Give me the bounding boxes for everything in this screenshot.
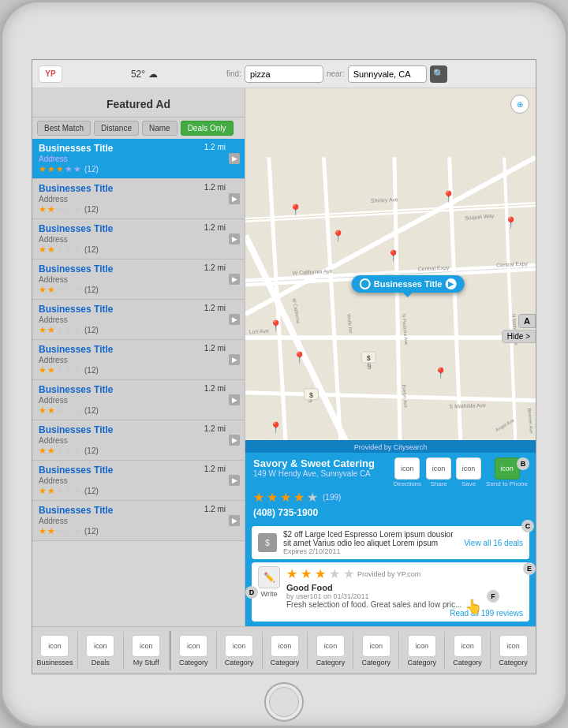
biz-stars-3: ★ ★ ★ ★ ★ (12) <box>39 245 238 255</box>
tablet-screen: YP 52° ☁ find: near: 🔍 Featured Ad Best … <box>32 59 536 674</box>
review-count-6: (12) <box>84 366 99 375</box>
business-list-item-2[interactable]: Businesses Title Address ★ ★ ★ ★ ★ (12) … <box>32 179 245 219</box>
category-btn-box-3[interactable]: icon <box>271 635 299 657</box>
star-icon: ★ <box>39 446 47 456</box>
category-btn-box-7[interactable]: icon <box>454 635 482 657</box>
biz-stars-5: ★ ★ ★ ★ ★ (12) <box>39 325 238 335</box>
star-empty-icon: ★ <box>343 566 354 581</box>
business-list-item-5[interactable]: Businesses Title Address ★ ★ ★ ★ ★ (12) … <box>32 300 245 340</box>
pin-arrow-icon: ▶ <box>445 278 456 289</box>
filter-best-match[interactable]: Best Match <box>37 121 91 136</box>
category-btn-box-4[interactable]: icon <box>316 635 345 657</box>
star-icon: ★ <box>286 566 297 581</box>
home-button[interactable] <box>264 682 304 722</box>
find-label: find: <box>226 69 241 78</box>
my-stuff-btn-box[interactable]: icon <box>132 635 160 657</box>
biz-address-3: Address <box>39 235 238 244</box>
businesses-btn-box[interactable]: icon <box>40 635 69 657</box>
search-button[interactable]: 🔍 <box>430 65 447 83</box>
nav-category-5[interactable]: icon Category <box>353 632 399 670</box>
nav-my-stuff[interactable]: icon My Stuff <box>124 632 170 670</box>
business-list-item-8[interactable]: Businesses Title Address ★ ★ ★ ★ ★ (12) … <box>32 420 245 461</box>
nav-businesses[interactable]: icon Businesses <box>32 632 78 670</box>
pin-circle-icon <box>360 278 371 289</box>
star-icon: ★ <box>56 164 64 174</box>
business-list: Businesses Title Address ★ ★ ★ ★ ★ (12) … <box>32 139 245 626</box>
save-btn-box[interactable]: icon <box>456 457 481 480</box>
filter-name[interactable]: Name <box>142 121 178 136</box>
star-icon: ★ <box>47 285 55 295</box>
category-btn-box-6[interactable]: icon <box>408 635 436 657</box>
deals-icon: icon <box>94 642 107 650</box>
svg-text:📍: 📍 <box>269 421 283 435</box>
info-save-btn[interactable]: icon Save <box>456 457 481 487</box>
star-empty-icon: ★ <box>73 526 81 536</box>
deals-btn-box[interactable]: icon <box>86 635 114 657</box>
bottom-nav: icon Businesses icon Deals icon My Stuff… <box>32 626 536 674</box>
star-empty-icon: ★ <box>56 526 64 536</box>
business-list-item-3[interactable]: Businesses Title Address ★ ★ ★ ★ ★ (12) … <box>32 219 245 259</box>
category-btn-box-5[interactable]: icon <box>362 635 390 657</box>
info-phone[interactable]: (408) 735-1900 <box>253 507 528 518</box>
business-list-item-1[interactable]: Businesses Title Address ★ ★ ★ ★ ★ (12) … <box>32 139 245 179</box>
nav-deals[interactable]: icon Deals <box>78 632 124 670</box>
star-empty-icon: ★ <box>73 164 81 174</box>
review-count-3: (12) <box>84 245 99 254</box>
compass-button[interactable]: ⊕ <box>510 95 529 114</box>
read-all-reviews-link[interactable]: Read all 199 reviews <box>286 609 523 618</box>
share-btn-box[interactable]: icon <box>426 457 451 480</box>
hide-button[interactable]: Hide > <box>502 330 536 343</box>
selected-map-pin[interactable]: Businesses Title ▶ <box>352 275 465 293</box>
top-bar: YP 52° ☁ find: near: 🔍 <box>32 60 536 88</box>
find-input[interactable] <box>245 65 323 83</box>
filter-distance[interactable]: Distance <box>94 121 139 136</box>
nav-category-3[interactable]: icon Category <box>263 632 308 670</box>
star-empty-icon: ★ <box>56 405 64 416</box>
star-empty-icon: ★ <box>65 446 73 456</box>
star-empty-icon: ★ <box>73 486 81 496</box>
send-btn-box[interactable]: icon <box>495 457 520 480</box>
info-business-name: Savory & Sweet Catering <box>253 457 375 469</box>
search-bar: find: near: 🔍 <box>226 65 529 83</box>
business-list-item-4[interactable]: Businesses Title Address ★ ★ ★ ★ ★ (12) … <box>32 259 245 300</box>
svg-text:$: $ <box>367 354 371 362</box>
category-icon-2: icon <box>233 642 246 650</box>
biz-address-5: Address <box>39 315 238 324</box>
business-list-item-9[interactable]: Businesses Title Address ★ ★ ★ ★ ★ (12) … <box>32 461 245 501</box>
nav-category-6[interactable]: icon Category <box>399 632 445 670</box>
business-list-item-7[interactable]: Businesses Title Address ★ ★ ★ ★ ★ (12) … <box>32 380 245 420</box>
review-header: ★ ★ ★ ★ ★ Provided by YP.com <box>286 566 523 581</box>
nav-category-7[interactable]: icon Category <box>445 632 491 670</box>
business-list-item-10[interactable]: Businesses Title Address ★ ★ ★ ★ ★ (12) … <box>32 501 245 541</box>
star-icon: ★ <box>47 405 55 416</box>
map-panel[interactable]: Shirley Ave W California Ave Lori Ave Ce… <box>245 88 536 626</box>
biz-arrow-6: ▶ <box>229 354 240 365</box>
pencil-icon[interactable]: ✏️ <box>258 566 280 588</box>
biz-address-2: Address <box>39 195 238 203</box>
biz-address-10: Address <box>39 517 238 525</box>
business-list-item-6[interactable]: Businesses Title Address ★ ★ ★ ★ ★ (12) … <box>32 340 245 380</box>
nav-category-8[interactable]: icon Category <box>491 632 536 670</box>
yp-logo: YP <box>39 65 62 83</box>
category-btn-box-2[interactable]: icon <box>225 635 253 657</box>
nav-category-1[interactable]: icon Category <box>171 632 217 670</box>
nav-category-2[interactable]: icon Category <box>217 632 263 670</box>
info-share-btn[interactable]: icon Share <box>426 457 451 487</box>
category-btn-box-8[interactable]: icon <box>499 635 528 657</box>
nav-category-4[interactable]: icon Category <box>308 632 353 670</box>
info-stars-row: ★ ★ ★ ★ ★ (199) <box>253 490 528 505</box>
near-input[interactable] <box>348 65 427 83</box>
info-directions-btn[interactable]: icon Directions <box>393 457 421 487</box>
biz-address-4: Address <box>39 275 238 284</box>
biz-address-7: Address <box>39 396 238 405</box>
write-review-btn[interactable]: ✏️ Write <box>258 566 280 598</box>
provided-by-label: Provided by Citysearch <box>245 442 536 453</box>
star-empty-icon: ★ <box>56 245 64 255</box>
view-all-deals-link[interactable]: View all 16 deals <box>464 539 523 547</box>
biz-stars-7: ★ ★ ★ ★ ★ (12) <box>39 405 238 416</box>
category-btn-box-1[interactable]: icon <box>179 635 207 657</box>
svg-text:📍: 📍 <box>293 351 307 364</box>
directions-btn-box[interactable]: icon <box>394 457 420 480</box>
filter-deals-only[interactable]: Deals Only <box>181 121 234 136</box>
featured-ad-banner: Featured Ad <box>32 88 245 118</box>
